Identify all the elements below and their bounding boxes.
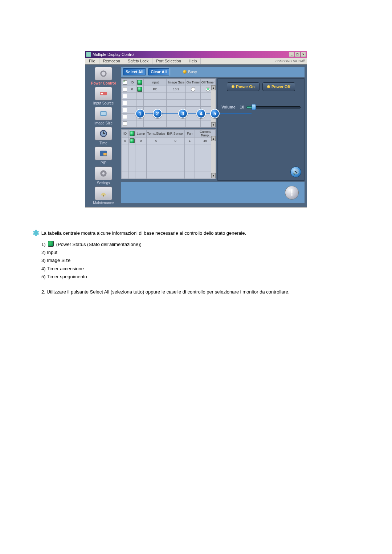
col-temp-status[interactable]: Temp.Status: [146, 130, 166, 138]
footer-bar: !: [121, 182, 305, 203]
table-row[interactable]: [122, 107, 216, 114]
volume-value: 10: [238, 105, 244, 109]
sidebar-item-pip[interactable]: PIP: [95, 147, 112, 165]
row-checkbox[interactable]: [123, 108, 127, 112]
off-timer-indicator: [206, 87, 210, 91]
sidebar-item-input-source[interactable]: Input Source: [93, 87, 114, 105]
slider-thumb[interactable]: [252, 104, 256, 110]
time-icon: [95, 127, 112, 140]
svg-point-13: [102, 172, 105, 175]
description: ✱ La tabella centrale mostra alcune info…: [33, 227, 359, 296]
power-on-dot-icon: [232, 85, 234, 88]
col-id[interactable]: ID: [128, 79, 136, 86]
image-size-icon: [95, 107, 112, 120]
row-checkbox[interactable]: [123, 87, 127, 91]
scroll-up-button[interactable]: ▲: [211, 85, 216, 90]
sidebar-item-power-control[interactable]: Power Control: [91, 67, 116, 85]
volume-row: Volume 10: [221, 103, 301, 111]
pip-icon: [95, 147, 112, 160]
svg-point-1: [102, 72, 106, 76]
col-br-sensor[interactable]: B/R Senser: [166, 130, 185, 138]
on-timer-indicator: [191, 87, 195, 91]
list-item: 4) Timer accensione: [41, 265, 359, 272]
select-all-button[interactable]: Select All: [123, 68, 146, 75]
table-row[interactable]: [122, 120, 216, 127]
menu-help[interactable]: Help: [185, 58, 201, 64]
sidebar: Power Control Input Source Image Size: [87, 67, 119, 205]
svg-rect-5: [101, 112, 106, 115]
row-checkbox[interactable]: [123, 101, 127, 105]
maximize-button[interactable]: □: [295, 52, 300, 57]
scrollbar[interactable]: ▲ ▼: [211, 85, 216, 127]
settings-icon: [95, 167, 112, 180]
busy-indicator: Busy: [183, 70, 197, 74]
header-checkbox[interactable]: [123, 80, 127, 85]
titlebar: Multiple Display Control _ □ ×: [85, 51, 307, 58]
busy-dot-icon: [183, 70, 187, 74]
svg-point-14: [103, 195, 104, 196]
table-row[interactable]: [122, 165, 216, 172]
clear-all-button[interactable]: Clear All: [148, 68, 169, 75]
table-row[interactable]: 0 PC 16:9: [122, 86, 216, 93]
power-off-button[interactable]: Power Off: [262, 82, 295, 91]
col-image-size[interactable]: Image Size: [167, 79, 186, 86]
col-lamp[interactable]: Lamp: [135, 130, 146, 138]
scroll-down-button[interactable]: ▼: [211, 173, 216, 178]
close-button[interactable]: ×: [301, 52, 306, 57]
maintenance-icon: [95, 186, 112, 200]
volume-slider[interactable]: [246, 103, 301, 111]
brand-label: SAMSUNG DIGITall: [273, 58, 307, 64]
display-table: ID Input Image Size On Timer Off Timer: [121, 78, 216, 128]
scroll-down-button[interactable]: ▼: [211, 122, 216, 127]
toolbar: Select All Clear All Busy: [121, 67, 305, 77]
sidebar-item-settings[interactable]: Settings: [95, 167, 112, 185]
menu-file[interactable]: File: [85, 58, 99, 64]
col-on-timer[interactable]: On Timer: [186, 79, 201, 86]
row-checkbox[interactable]: [123, 122, 127, 126]
table-row[interactable]: [122, 100, 216, 107]
table-row[interactable]: [122, 114, 216, 120]
volume-label: Volume: [221, 105, 236, 109]
col-input[interactable]: Input: [144, 79, 167, 86]
sidebar-item-time[interactable]: Time: [95, 127, 112, 145]
speaker-button[interactable]: 🔊: [290, 167, 301, 177]
table-row[interactable]: [122, 144, 216, 151]
menu-remocon[interactable]: Remocon: [99, 58, 124, 64]
list-item: 3) Image Size: [41, 257, 359, 264]
status-table: ID Lamp Temp.Status B/R Senser Fan Curre…: [121, 129, 216, 178]
row-checkbox[interactable]: [123, 115, 127, 119]
col-fan[interactable]: Fan: [184, 130, 195, 138]
col-id2[interactable]: ID: [122, 130, 129, 138]
minimize-button[interactable]: _: [289, 52, 294, 57]
sidebar-item-image-size[interactable]: Image Size: [94, 107, 113, 125]
table-row[interactable]: [122, 172, 216, 179]
note-2: 2. Utilizzare il pulsante Select All (se…: [41, 288, 359, 296]
alert-icon[interactable]: !: [285, 186, 299, 200]
menu-port-selection[interactable]: Port Selection: [152, 58, 185, 64]
speaker-icon: 🔊: [293, 169, 299, 175]
star-icon: ✱: [33, 229, 39, 238]
menubar: File Remocon Safety Lock Port Selection …: [85, 58, 307, 65]
power-off-dot-icon: [267, 85, 270, 88]
table-row[interactable]: [122, 151, 216, 158]
scrollbar[interactable]: ▲ ▼: [211, 136, 216, 178]
list-item: 1) (Power Status (Stato dell'alimentazio…: [41, 241, 359, 248]
col-power[interactable]: [136, 79, 143, 86]
row-checkbox[interactable]: [123, 94, 127, 98]
power-control-icon: [95, 67, 112, 81]
power-panel: Power On Power Off Volume 10: [217, 78, 305, 181]
col-off-timer[interactable]: Off Timer: [201, 79, 216, 86]
table-row[interactable]: 0 0 0 0 1 49: [122, 138, 216, 144]
power-icon: [137, 80, 142, 85]
app-icon: [86, 52, 91, 57]
power-status-icon: [130, 138, 135, 143]
svg-rect-3: [101, 93, 103, 94]
menu-safety-lock[interactable]: Safety Lock: [124, 58, 152, 64]
col-power2[interactable]: [129, 130, 135, 138]
table-row[interactable]: [122, 158, 216, 165]
sidebar-item-maintenance[interactable]: Maintenance: [93, 186, 114, 205]
table-row[interactable]: [122, 93, 216, 100]
power-status-icon: [137, 87, 142, 92]
power-on-button[interactable]: Power On: [227, 82, 260, 91]
scroll-up-button[interactable]: ▲: [211, 136, 216, 141]
